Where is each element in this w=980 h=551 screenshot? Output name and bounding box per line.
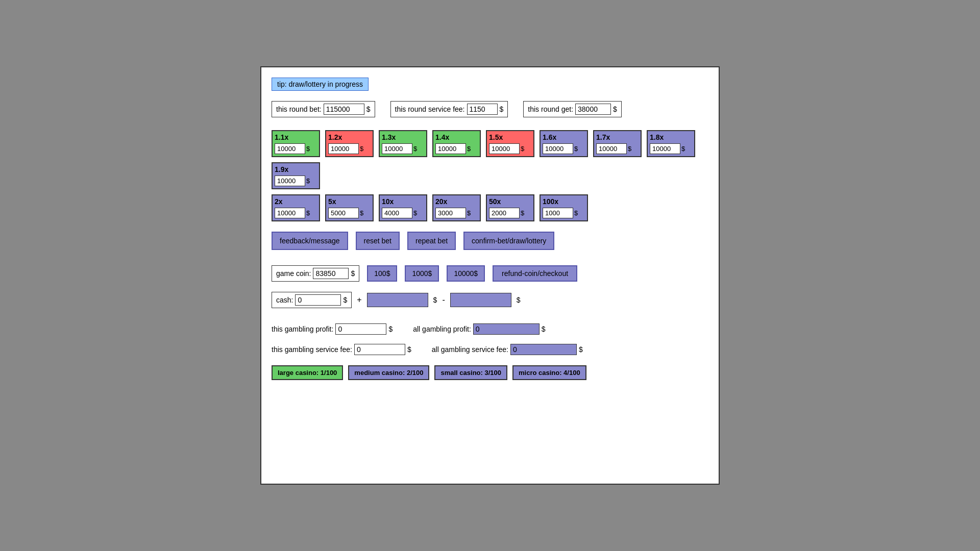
multiplier-label-1.3x: 1.3x [382, 133, 424, 141]
round-bet-item: this round bet: $ [272, 101, 375, 117]
multiplier-label-2x: 2x [275, 197, 317, 206]
coin-1000-button[interactable]: 1000$ [405, 265, 439, 282]
multiplier-input-1.4x[interactable] [435, 143, 466, 154]
game-coin-row: game coin: $ 100$ 1000$ 10000$ refund-co… [272, 265, 708, 282]
multiplier-input-2x[interactable] [275, 208, 305, 218]
multiplier-dollar-1.8x: $ [681, 145, 685, 153]
game-coin-dollar: $ [351, 269, 355, 278]
this-fee-input[interactable] [354, 344, 405, 355]
multiplier-dollar-50x: $ [521, 209, 524, 217]
this-profit-dollar: $ [388, 325, 393, 333]
reset-bet-button[interactable]: reset bet [356, 232, 400, 250]
game-coin-text: game coin: [276, 269, 311, 278]
round-bet-dollar: $ [366, 105, 371, 113]
multiplier-input-1.6x[interactable] [543, 143, 573, 154]
repeat-bet-button[interactable]: repeat bet [407, 232, 456, 250]
coin-100-button[interactable]: 100$ [367, 265, 397, 282]
multiplier-input-1.9x[interactable] [275, 176, 305, 186]
multiplier-cell-1.1x[interactable]: 1.1x $ [272, 130, 320, 157]
multiplier-input-10x[interactable] [382, 208, 412, 218]
cash-plus-input[interactable] [367, 293, 428, 307]
multiplier-input-20x[interactable] [435, 208, 466, 218]
multiplier-dollar-1.9x: $ [306, 177, 310, 185]
multiplier-input-row-10x: $ [382, 208, 424, 218]
multiplier-dollar-1.4x: $ [467, 145, 471, 153]
multiplier-input-1.3x[interactable] [382, 143, 412, 154]
multiplier-input-row-50x: $ [489, 208, 531, 218]
main-container: tip: draw/lottery in progress this round… [260, 66, 720, 485]
all-profit-item: all gambling profit: $ [413, 323, 545, 335]
round-bet-label: this round bet: [276, 105, 322, 113]
multiplier-cell-1.8x[interactable]: 1.8x $ [647, 130, 695, 157]
multiplier-label-5x: 5x [328, 197, 371, 206]
multiplier-input-row-1.7x: $ [596, 143, 639, 154]
round-get-input[interactable] [575, 104, 611, 115]
multiplier-cell-1.2x[interactable]: 1.2x $ [325, 130, 374, 157]
multiplier-input-1.7x[interactable] [596, 143, 627, 154]
all-fee-dollar: $ [579, 345, 583, 354]
all-fee-input[interactable] [510, 344, 577, 355]
this-fee-item: this gambling service fee: $ [272, 344, 411, 355]
cash-row: cash: $ + $ - $ [272, 292, 708, 308]
multiplier-label-1.2x: 1.2x [328, 133, 371, 141]
all-fee-label: all gambling service fee: [432, 345, 508, 354]
multiplier-cell-100x[interactable]: 100x $ [540, 194, 588, 221]
multiplier-input-1.2x[interactable] [328, 143, 359, 154]
round-bet-input[interactable] [324, 104, 364, 115]
cash-minus-input[interactable] [450, 293, 511, 307]
multiplier-input-5x[interactable] [328, 208, 359, 218]
multiplier-input-1.1x[interactable] [275, 143, 305, 154]
multiplier-dollar-10x: $ [413, 209, 417, 217]
multiplier-row-1: 1.1x $ 1.2x $ 1.3x $ 1.4x $ 1.5x [272, 130, 708, 189]
multiplier-cell-5x[interactable]: 5x $ [325, 194, 374, 221]
multiplier-input-row-1.8x: $ [650, 143, 692, 154]
multiplier-dollar-100x: $ [574, 209, 578, 217]
multiplier-cell-20x[interactable]: 20x $ [432, 194, 481, 221]
cash-minus-dollar: $ [517, 296, 521, 304]
multiplier-label-1.6x: 1.6x [543, 133, 585, 141]
multiplier-dollar-1.5x: $ [521, 145, 524, 153]
feedback-button[interactable]: feedback/message [272, 232, 348, 250]
multiplier-label-1.4x: 1.4x [435, 133, 478, 141]
game-coin-label: game coin: $ [272, 265, 359, 282]
multiplier-cell-1.6x[interactable]: 1.6x $ [540, 130, 588, 157]
all-profit-input[interactable] [473, 323, 540, 335]
all-profit-dollar: $ [542, 325, 546, 333]
round-get-item: this round get: $ [523, 101, 622, 117]
refund-button[interactable]: refund-coin/checkout [493, 265, 577, 282]
coin-10000-button[interactable]: 10000$ [447, 265, 485, 282]
all-profit-label: all gambling profit: [413, 325, 471, 333]
multiplier-input-1.5x[interactable] [489, 143, 520, 154]
multiplier-dollar-20x: $ [467, 209, 471, 217]
multiplier-cell-1.9x[interactable]: 1.9x $ [272, 162, 320, 189]
casino-badge-1: medium casino: 2/100 [348, 365, 429, 380]
multiplier-dollar-1.1x: $ [306, 145, 310, 153]
multiplier-label-1.5x: 1.5x [489, 133, 531, 141]
multiplier-cell-1.7x[interactable]: 1.7x $ [593, 130, 642, 157]
multiplier-input-100x[interactable] [543, 208, 573, 218]
multiplier-cell-10x[interactable]: 10x $ [379, 194, 427, 221]
multiplier-input-50x[interactable] [489, 208, 520, 218]
multiplier-label-100x: 100x [543, 197, 585, 206]
game-coin-input[interactable] [313, 268, 349, 279]
multiplier-label-10x: 10x [382, 197, 424, 206]
round-get-dollar: $ [613, 105, 617, 113]
multiplier-cell-1.3x[interactable]: 1.3x $ [379, 130, 427, 157]
multiplier-dollar-1.6x: $ [574, 145, 578, 153]
round-fee-input[interactable] [467, 104, 498, 115]
multiplier-cell-2x[interactable]: 2x $ [272, 194, 320, 221]
multiplier-cell-50x[interactable]: 50x $ [486, 194, 534, 221]
multiplier-input-row-1.6x: $ [543, 143, 585, 154]
cash-label-container: cash: $ [272, 292, 352, 308]
multiplier-input-1.8x[interactable] [650, 143, 680, 154]
confirm-bet-button[interactable]: confirm-bet/draw/lottery [463, 232, 554, 250]
multiplier-input-row-1.4x: $ [435, 143, 478, 154]
cash-value-input[interactable] [295, 294, 341, 306]
multiplier-cell-1.4x[interactable]: 1.4x $ [432, 130, 481, 157]
round-fee-item: this round service fee: $ [390, 101, 508, 117]
this-profit-input[interactable] [335, 323, 386, 335]
multiplier-cell-1.5x[interactable]: 1.5x $ [486, 130, 534, 157]
multiplier-input-row-1.5x: $ [489, 143, 531, 154]
casino-badge-2: small casino: 3/100 [434, 365, 507, 380]
multiplier-label-1.1x: 1.1x [275, 133, 317, 141]
